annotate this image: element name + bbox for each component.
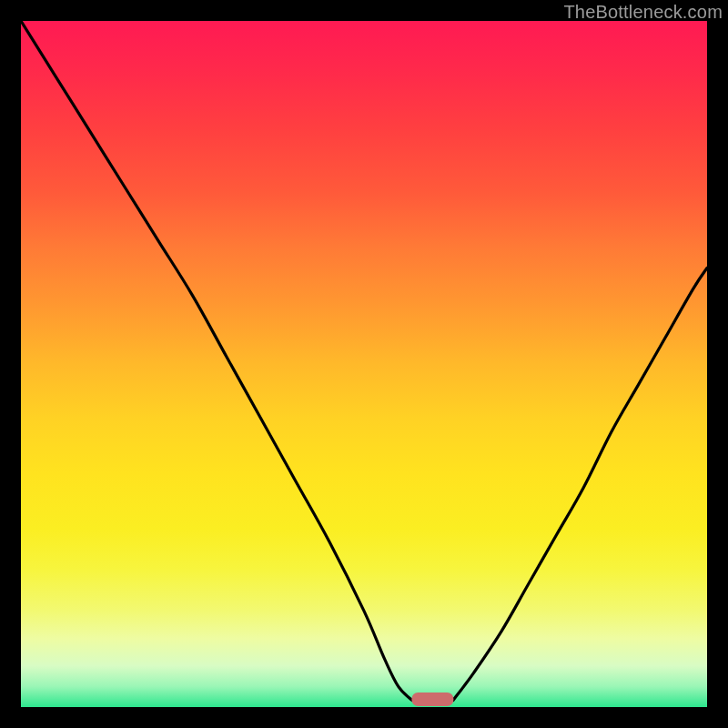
watermark-text: TheBottleneck.com	[563, 2, 723, 23]
plot-area	[21, 21, 707, 707]
bottleneck-marker	[412, 693, 453, 706]
curves-svg	[21, 21, 707, 707]
left-curve	[21, 21, 412, 701]
chart-frame: TheBottleneck.com	[0, 0, 728, 728]
right-curve	[453, 268, 707, 700]
